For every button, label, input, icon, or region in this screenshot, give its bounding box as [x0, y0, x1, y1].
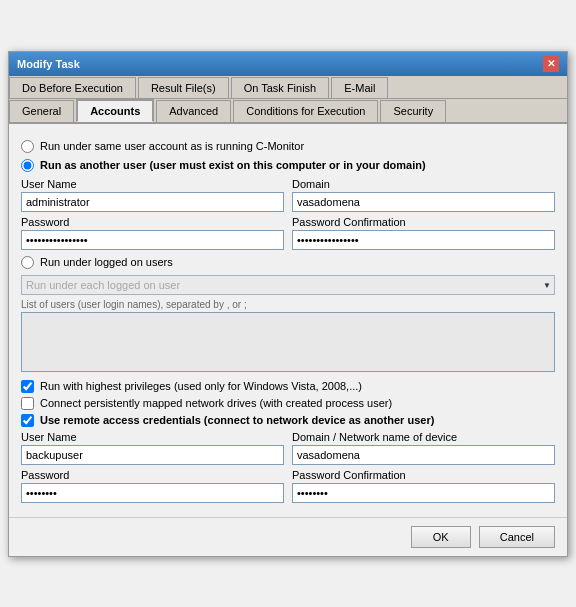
password2-row: Password Password Confirmation	[21, 469, 555, 503]
radio-same-user-label: Run under same user account as is runnin…	[40, 140, 304, 152]
domain-label: Domain	[292, 178, 555, 190]
logged-users-select[interactable]: Run under each logged on user	[21, 275, 555, 295]
domain2-input[interactable]	[292, 445, 555, 465]
radio-same-user[interactable]	[21, 140, 34, 153]
cancel-button[interactable]: Cancel	[479, 526, 555, 548]
username2-label: User Name	[21, 431, 284, 443]
password2-input[interactable]	[21, 483, 284, 503]
tab-general[interactable]: General	[9, 100, 74, 123]
radio-same-user-row: Run under same user account as is runnin…	[21, 140, 555, 153]
ok-button[interactable]: OK	[411, 526, 471, 548]
radio-another-user-row: Run as another user (user must exist on …	[21, 159, 555, 172]
username2-domain2-row: User Name Domain / Network name of devic…	[21, 431, 555, 465]
password2-conf-label: Password Confirmation	[292, 469, 555, 481]
check-network-drives-row: Connect persistently mapped network driv…	[21, 397, 555, 410]
domain2-label: Domain / Network name of device	[292, 431, 555, 443]
username-label: User Name	[21, 178, 284, 190]
check-remote-access-label: Use remote access credentials (connect t…	[40, 414, 434, 426]
username2-input[interactable]	[21, 445, 284, 465]
tab-accounts[interactable]: Accounts	[76, 99, 154, 122]
password-label: Password	[21, 216, 284, 228]
tab-advanced[interactable]: Advanced	[156, 100, 231, 123]
password2-conf-input[interactable]	[292, 483, 555, 503]
check-network-drives-label: Connect persistently mapped network driv…	[40, 397, 392, 409]
users-list-label: List of users (user login names), separa…	[21, 299, 555, 310]
check-highest-privileges[interactable]	[21, 380, 34, 393]
domain-group: Domain	[292, 178, 555, 212]
password-conf-group: Password Confirmation	[292, 216, 555, 250]
tab-row-1: Do Before Execution Result File(s) On Ta…	[9, 76, 567, 99]
password-conf-label: Password Confirmation	[292, 216, 555, 228]
check-highest-privileges-label: Run with highest privileges (used only f…	[40, 380, 362, 392]
username-domain-row: User Name Domain	[21, 178, 555, 212]
tab-result-files[interactable]: Result File(s)	[138, 77, 229, 99]
radio-logged-users-label: Run under logged on users	[40, 256, 173, 268]
domain-input[interactable]	[292, 192, 555, 212]
title-bar: Modify Task ✕	[9, 52, 567, 76]
check-network-drives[interactable]	[21, 397, 34, 410]
tab-security[interactable]: Security	[380, 100, 446, 123]
radio-another-user[interactable]	[21, 159, 34, 172]
radio-logged-users[interactable]	[21, 256, 34, 269]
domain2-group: Domain / Network name of device	[292, 431, 555, 465]
check-highest-privileges-row: Run with highest privileges (used only f…	[21, 380, 555, 393]
radio-logged-users-row: Run under logged on users	[21, 256, 555, 269]
check-remote-access-row: Use remote access credentials (connect t…	[21, 414, 555, 427]
tab-content: Run under same user account as is runnin…	[9, 124, 567, 517]
radio-another-user-label: Run as another user (user must exist on …	[40, 159, 426, 171]
password-input[interactable]	[21, 230, 284, 250]
username-group: User Name	[21, 178, 284, 212]
main-window: Modify Task ✕ Do Before Execution Result…	[8, 51, 568, 557]
tab-do-before[interactable]: Do Before Execution	[9, 77, 136, 99]
password-conf-input[interactable]	[292, 230, 555, 250]
password2-group: Password	[21, 469, 284, 503]
password2-label: Password	[21, 469, 284, 481]
username-input[interactable]	[21, 192, 284, 212]
tab-email[interactable]: E-Mail	[331, 77, 388, 99]
tab-on-task-finish[interactable]: On Task Finish	[231, 77, 330, 99]
logged-users-select-wrapper[interactable]: Run under each logged on user	[21, 275, 555, 295]
check-remote-access[interactable]	[21, 414, 34, 427]
tab-row-2: General Accounts Advanced Conditions for…	[9, 99, 567, 124]
close-button[interactable]: ✕	[543, 56, 559, 72]
password-group: Password	[21, 216, 284, 250]
window-title: Modify Task	[17, 58, 80, 70]
bottom-buttons: OK Cancel	[9, 517, 567, 556]
password-row: Password Password Confirmation	[21, 216, 555, 250]
username2-group: User Name	[21, 431, 284, 465]
password2-conf-group: Password Confirmation	[292, 469, 555, 503]
users-list-textarea[interactable]	[21, 312, 555, 372]
tab-conditions[interactable]: Conditions for Execution	[233, 100, 378, 123]
